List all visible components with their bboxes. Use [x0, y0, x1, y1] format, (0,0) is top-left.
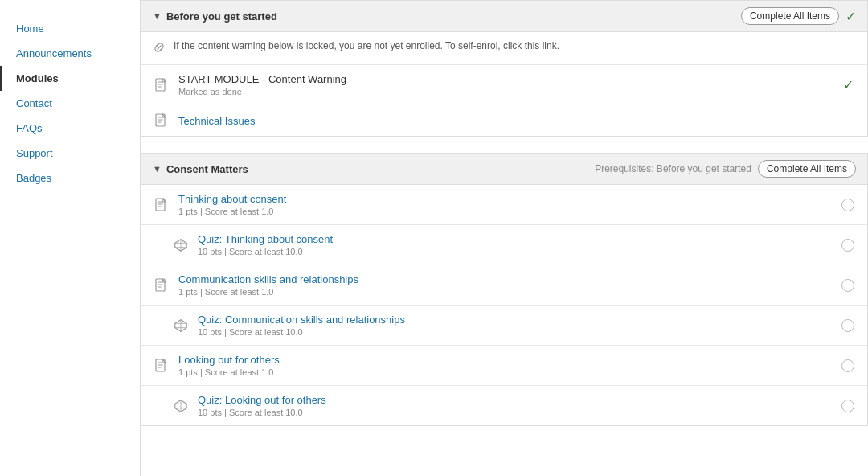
completion-circle: [841, 239, 854, 252]
section-items-before-you-get-started: If the content warning below is locked, …: [141, 32, 868, 137]
check-done-icon: ✓: [843, 77, 854, 92]
sidebar: HomeAnnouncementsModulesContactFAQsSuppo…: [0, 0, 141, 476]
item-content: Quiz: Looking out for others10 pts | Sco…: [198, 394, 832, 417]
completion-circle: [841, 359, 854, 372]
item-subtitle: 10 pts | Score at least 10.0: [198, 327, 832, 337]
item-title[interactable]: Quiz: Thinking about consent: [198, 233, 832, 245]
module-item: Technical Issues: [141, 105, 867, 136]
quiz-icon: [172, 238, 190, 252]
sidebar-item-badges[interactable]: Badges: [0, 166, 140, 191]
item-status: [840, 239, 856, 252]
section-items-consent-matters: Thinking about consent1 pts | Score at l…: [141, 185, 868, 426]
item-status: [840, 359, 856, 372]
item-content: START MODULE - Content WarningMarked as …: [178, 73, 832, 96]
document-icon: [153, 113, 170, 128]
item-subtitle: Marked as done: [178, 87, 832, 96]
item-status: [840, 400, 856, 412]
item-content: Quiz: Thinking about consent10 pts | Sco…: [198, 233, 832, 256]
quiz-icon: [172, 399, 190, 413]
completion-circle: [841, 400, 854, 412]
link-icon: [153, 41, 166, 56]
item-status: [840, 279, 856, 292]
item-content: Thinking about consent1 pts | Score at l…: [178, 193, 832, 216]
module-item: Quiz: Looking out for others10 pts | Sco…: [141, 386, 867, 425]
section-header-before-you-get-started: ▼Before you get startedComplete All Item…: [141, 0, 868, 32]
document-icon: [153, 78, 170, 92]
completion-circle: [841, 199, 854, 211]
item-title: START MODULE - Content Warning: [178, 73, 832, 85]
info-text: If the content warning below is locked, …: [174, 40, 559, 51]
document-icon: [153, 198, 170, 212]
check-icon: ✓: [845, 9, 856, 24]
completion-circle: [841, 279, 854, 292]
section-title-consent-matters: ▼Consent Matters: [153, 163, 248, 175]
item-title[interactable]: Quiz: Communication skills and relations…: [198, 314, 832, 326]
info-row: If the content warning below is locked, …: [141, 32, 867, 65]
module-item: Communication skills and relationships1 …: [141, 265, 867, 306]
item-content: Looking out for others1 pts | Score at l…: [178, 354, 832, 377]
svg-line-0: [158, 46, 161, 49]
section-header-right: Complete All Items✓: [741, 7, 856, 25]
item-title[interactable]: Quiz: Looking out for others: [198, 394, 832, 406]
section-title-before-you-get-started: ▼Before you get started: [153, 10, 277, 23]
sidebar-item-home[interactable]: Home: [0, 16, 140, 41]
complete-all-button[interactable]: Complete All Items: [758, 160, 856, 178]
item-subtitle: 10 pts | Score at least 10.0: [198, 247, 832, 256]
module-item: Thinking about consent1 pts | Score at l…: [141, 185, 867, 225]
section-title-text: Before you get started: [166, 10, 277, 23]
item-content: Quiz: Communication skills and relations…: [198, 314, 832, 337]
section-header-consent-matters: ▼Consent MattersPrerequisites: Before yo…: [141, 153, 868, 185]
sidebar-item-support[interactable]: Support: [0, 141, 140, 166]
chevron-icon[interactable]: ▼: [153, 164, 162, 174]
item-title[interactable]: Looking out for others: [178, 354, 832, 366]
sidebar-item-contact[interactable]: Contact: [0, 91, 140, 116]
item-status: ✓: [840, 77, 856, 92]
item-title[interactable]: Thinking about consent: [178, 193, 832, 205]
item-title[interactable]: Communication skills and relationships: [178, 273, 832, 285]
document-icon: [153, 278, 170, 293]
complete-all-button[interactable]: Complete All Items: [741, 7, 839, 25]
module-item: Quiz: Communication skills and relations…: [141, 306, 867, 346]
prerequisites-text: Prerequisites: Before you get started: [595, 163, 751, 174]
completion-circle: [841, 319, 854, 332]
item-subtitle: 10 pts | Score at least 10.0: [198, 408, 832, 417]
chevron-icon[interactable]: ▼: [153, 11, 162, 21]
document-icon: [153, 359, 170, 373]
section-title-text: Consent Matters: [166, 163, 248, 175]
item-status: [840, 199, 856, 211]
item-content: Communication skills and relationships1 …: [178, 273, 832, 297]
module-item: Looking out for others1 pts | Score at l…: [141, 346, 867, 386]
quiz-icon: [172, 318, 190, 333]
main-content: ▼Before you get startedComplete All Item…: [141, 0, 868, 476]
sidebar-item-faqs[interactable]: FAQs: [0, 116, 140, 141]
item-content: Technical Issues: [178, 115, 832, 127]
item-status: [840, 319, 856, 332]
item-title[interactable]: Technical Issues: [178, 115, 832, 127]
sidebar-item-announcements[interactable]: Announcements: [0, 41, 140, 66]
module-item: START MODULE - Content WarningMarked as …: [141, 65, 867, 105]
sidebar-item-modules[interactable]: Modules: [0, 66, 140, 91]
item-subtitle: 1 pts | Score at least 1.0: [178, 287, 832, 297]
section-header-right: Prerequisites: Before you get startedCom…: [595, 160, 856, 178]
item-subtitle: 1 pts | Score at least 1.0: [178, 367, 832, 377]
item-subtitle: 1 pts | Score at least 1.0: [178, 207, 832, 216]
module-item: Quiz: Thinking about consent10 pts | Sco…: [141, 225, 867, 265]
